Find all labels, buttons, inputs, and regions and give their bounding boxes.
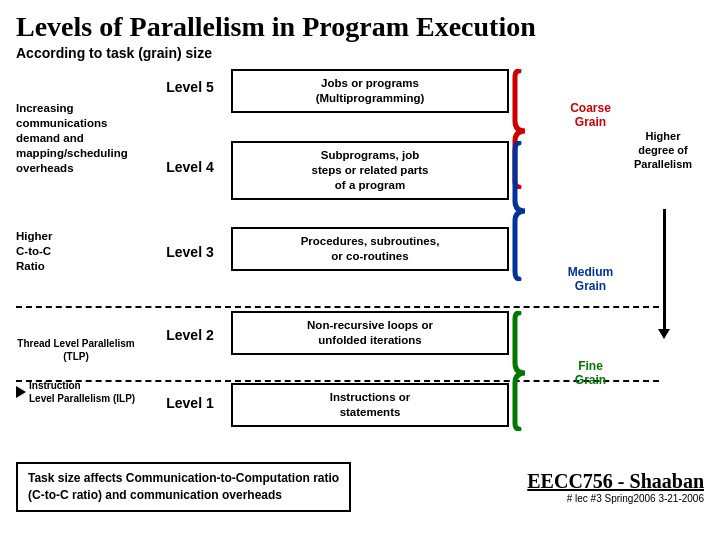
course-meta: # lec #3 Spring2006 3-21-2006: [527, 493, 704, 504]
course-info: EECC756 - Shaaban # lec #3 Spring2006 3-…: [527, 470, 704, 504]
main-content: Increasing communications demand and map…: [16, 69, 704, 469]
level1-desc: Instructions or statements: [231, 383, 509, 427]
descriptions-column: Jobs or programs (Multiprogramming) Subp…: [231, 69, 509, 469]
coarse-grain-label: Coarse Grain: [559, 101, 622, 130]
increasing-label: Increasing communications demand and map…: [16, 101, 146, 176]
main-title: Levels of Parallelism in Program Executi…: [16, 12, 704, 43]
levels-column: Level 5 Level 4 Level 3 Level 2 Level 1: [151, 69, 231, 469]
level2-label: Level 2: [151, 327, 229, 343]
arrow-shaft: [663, 209, 666, 329]
level4-desc: Subprograms, job steps or related parts …: [231, 141, 509, 200]
ilp-arrow-icon: [16, 386, 26, 398]
level3-desc: Procedures, subroutines, or co-routines: [231, 227, 509, 271]
grain-column: Coarse Grain Medium Grain Fine Grain: [559, 69, 624, 469]
level3-label: Level 3: [151, 244, 229, 260]
blue-brace-icon: [511, 141, 555, 281]
right-annotation-column: Higher degree of Parallelism: [624, 69, 704, 469]
fine-grain-label: Fine Grain: [559, 359, 622, 388]
bottom-bar: Task size affects Communication-to-Compu…: [16, 462, 704, 512]
down-arrow-icon: [658, 209, 670, 339]
medium-grain-label: Medium Grain: [559, 265, 622, 294]
level5-label: Level 5: [151, 79, 229, 95]
tlp-label: Thread Level Parallelism (TLP): [16, 337, 136, 363]
green-brace-icon: [511, 311, 555, 431]
higher-parallelism-label: Higher degree of Parallelism: [624, 129, 702, 172]
arrow-head: [658, 329, 670, 339]
bottom-note: Task size affects Communication-to-Compu…: [16, 462, 351, 512]
course-name: EECC756 - Shaaban: [527, 470, 704, 493]
braces-column: [509, 69, 559, 469]
left-annotations: Increasing communications demand and map…: [16, 69, 151, 469]
slide: Levels of Parallelism in Program Executi…: [0, 0, 720, 540]
level1-label: Level 1: [151, 395, 229, 411]
ilp-label: Instruction Level Parallelism (ILP): [16, 379, 151, 405]
level4-label: Level 4: [151, 159, 229, 175]
higher-ctoc-label: Higher C-to-C Ratio: [16, 229, 126, 274]
subtitle: According to task (grain) size: [16, 45, 704, 61]
ilp-text: Instruction Level Parallelism (ILP): [29, 379, 135, 405]
level5-desc: Jobs or programs (Multiprogramming): [231, 69, 509, 113]
level2-desc: Non-recursive loops or unfolded iteratio…: [231, 311, 509, 355]
